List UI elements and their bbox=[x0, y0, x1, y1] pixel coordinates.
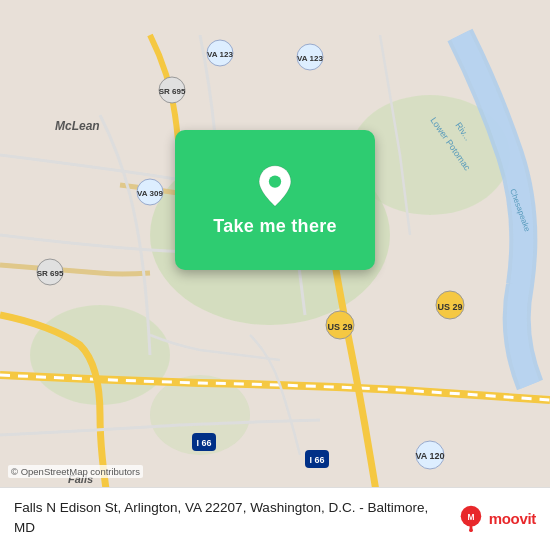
action-card[interactable]: Take me there bbox=[175, 130, 375, 270]
svg-text:VA 123: VA 123 bbox=[297, 54, 323, 63]
svg-text:I 66: I 66 bbox=[196, 438, 211, 448]
bottom-bar: Falls N Edison St, Arlington, VA 22207, … bbox=[0, 487, 550, 550]
moovit-icon: M bbox=[457, 504, 485, 532]
address-info: Falls N Edison St, Arlington, VA 22207, … bbox=[14, 498, 447, 538]
moovit-logo[interactable]: M moovit bbox=[457, 504, 536, 532]
svg-point-33 bbox=[469, 528, 473, 532]
address-text: Falls N Edison St, Arlington, VA 22207, … bbox=[14, 500, 428, 535]
svg-text:US 29: US 29 bbox=[437, 302, 462, 312]
svg-text:SR 695: SR 695 bbox=[37, 269, 64, 278]
svg-text:M: M bbox=[467, 512, 474, 522]
svg-text:McLean: McLean bbox=[55, 119, 100, 133]
map-attribution: © OpenStreetMap contributors bbox=[8, 465, 143, 478]
svg-text:US 29: US 29 bbox=[327, 322, 352, 332]
svg-text:SR 695: SR 695 bbox=[159, 87, 186, 96]
svg-point-31 bbox=[269, 175, 281, 187]
take-me-there-button[interactable]: Take me there bbox=[213, 216, 337, 237]
location-pin-icon bbox=[253, 164, 297, 208]
svg-text:I 66: I 66 bbox=[309, 455, 324, 465]
svg-text:VA 309: VA 309 bbox=[137, 189, 163, 198]
map-container: US 29 US 29 SR 695 SR 695 VA 309 VA 123 … bbox=[0, 0, 550, 550]
svg-text:VA 123: VA 123 bbox=[207, 50, 233, 59]
svg-text:VA 120: VA 120 bbox=[415, 451, 444, 461]
moovit-text: moovit bbox=[489, 510, 536, 527]
